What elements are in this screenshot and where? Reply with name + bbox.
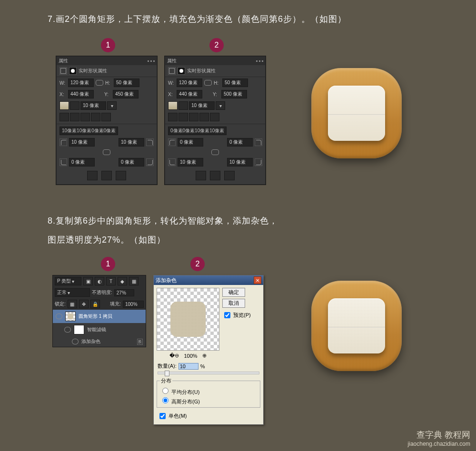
w-input[interactable]: 120 像素 xyxy=(177,78,202,87)
x-label: X: xyxy=(60,92,66,97)
uniform-label: 平均分布(U) xyxy=(171,389,199,395)
pathop-icon-3[interactable] xyxy=(224,171,235,180)
pathop-icon-1[interactable] xyxy=(87,171,98,180)
shape-mode-icon[interactable] xyxy=(168,67,176,75)
pathop-icon-2[interactable] xyxy=(101,171,112,180)
stroke-width-input[interactable]: 10 像素 xyxy=(80,101,106,110)
preview-checkbox[interactable]: 预览(P) xyxy=(222,311,251,320)
close-icon[interactable]: ✕ xyxy=(254,276,261,284)
visibility-icon[interactable] xyxy=(72,339,79,344)
zoom-out-icon[interactable]: �⊖ xyxy=(169,353,179,359)
result-preview-step8 xyxy=(311,281,402,371)
filter-type-icon[interactable]: T xyxy=(106,277,116,285)
align-icon-2[interactable] xyxy=(178,113,188,121)
amount-input[interactable] xyxy=(178,363,198,370)
dialog-titlebar: 添加杂色 ✕ xyxy=(154,275,263,285)
opacity-input[interactable]: 27% xyxy=(114,289,134,296)
visibility-icon[interactable] xyxy=(56,314,62,319)
pathop-icon-1[interactable] xyxy=(196,171,206,180)
fill-input[interactable]: 100% xyxy=(123,301,144,308)
align-icon-4[interactable] xyxy=(91,113,100,121)
lock-all-icon[interactable]: 🔒 xyxy=(90,300,100,308)
align-icon-3[interactable] xyxy=(189,113,198,121)
corner-tl-icon xyxy=(60,138,67,146)
preview-checkbox-input[interactable] xyxy=(224,312,230,318)
align-icon-5[interactable] xyxy=(101,113,111,121)
w-input[interactable]: 120 像素 xyxy=(68,78,94,87)
pathop-icon-3[interactable] xyxy=(116,171,126,180)
layer-row-selected[interactable]: 圆角矩形 1 拷贝 xyxy=(53,310,146,323)
amount-slider[interactable] xyxy=(158,372,259,374)
align-icon-1[interactable] xyxy=(168,113,178,121)
stroke-style-dropdown[interactable]: ▾ xyxy=(216,101,225,110)
filter-smart-icon[interactable]: ▦ xyxy=(129,277,139,285)
shape-mask-icon[interactable] xyxy=(69,67,77,75)
filter-adjust-icon[interactable]: ◐ xyxy=(95,277,104,285)
corner-tr-input[interactable]: 10 像素 xyxy=(119,138,144,147)
corner-br-input[interactable]: 0 像素 xyxy=(119,158,144,167)
link-corners-icon[interactable] xyxy=(103,149,110,155)
corner-br-input[interactable]: 10 像素 xyxy=(227,158,253,167)
ps-properties-panel-1: 属性 实时形状属性 W: 120 像素 H: 50 像素 X: 440 像素 Y… xyxy=(56,56,157,185)
filter-blend-icon[interactable]: ⎘ xyxy=(137,339,143,345)
dialog-title: 添加杂色 xyxy=(156,277,177,284)
align-icon-4[interactable] xyxy=(199,113,209,121)
panel-menu-icon[interactable] xyxy=(256,60,263,62)
x-input[interactable]: 440 像素 xyxy=(68,90,94,98)
corner-summary: 0像素0像素10像素10像素 xyxy=(168,127,227,135)
visibility-icon[interactable] xyxy=(64,327,71,333)
cancel-button[interactable]: 取消 xyxy=(222,299,245,308)
lock-position-icon[interactable]: ✥ xyxy=(79,300,89,308)
layer-name: 圆角矩形 1 拷贝 xyxy=(79,313,112,320)
corner-tl-input[interactable]: 0 像素 xyxy=(178,138,203,147)
filter-shape-icon[interactable]: ◆ xyxy=(118,277,127,285)
h-input[interactable]: 50 像素 xyxy=(114,78,139,87)
x-input[interactable]: 440 像素 xyxy=(177,90,202,98)
stroke-swatch[interactable] xyxy=(70,101,79,110)
corner-tl-input[interactable]: 10 像素 xyxy=(69,138,95,147)
fill-swatch[interactable] xyxy=(60,101,69,110)
align-icon-3[interactable] xyxy=(80,113,90,121)
stroke-style-dropdown[interactable]: ▾ xyxy=(107,101,117,110)
corner-br-icon xyxy=(255,158,262,166)
step8-title-line1: 8.复制第6步中的圆角矩形，转化为智能对象，添加杂色， xyxy=(48,215,278,226)
y-input[interactable]: 450 像素 xyxy=(113,90,139,98)
stroke-width-input[interactable]: 10 像素 xyxy=(189,101,215,110)
y-input[interactable]: 500 像素 xyxy=(221,90,247,98)
percent-label: % xyxy=(200,363,205,369)
zoom-in-icon[interactable]: ⊕ xyxy=(202,353,207,359)
ps-properties-panel-2: 属性 实时形状属性 W: 120 像素 H: 50 像素 X: 440 像素 Y… xyxy=(165,56,266,185)
kind-filter-dropdown[interactable]: P 类型 ▾ xyxy=(55,277,81,285)
shape-mode-icon[interactable] xyxy=(60,67,67,75)
w-label: W: xyxy=(60,80,66,86)
filter-name: 添加杂色 xyxy=(81,338,100,345)
gaussian-radio[interactable]: 高斯分布(G) xyxy=(160,396,257,405)
corner-bl-input[interactable]: 0 像素 xyxy=(69,158,95,167)
monochrome-checkbox-input[interactable] xyxy=(159,413,166,419)
uniform-radio[interactable]: 平均分布(U) xyxy=(160,386,257,396)
y-label: Y: xyxy=(213,92,219,97)
smart-filters-row[interactable]: 智能滤镜 xyxy=(53,323,146,336)
corner-tl-icon xyxy=(168,138,176,146)
link-icon[interactable] xyxy=(204,80,212,86)
corner-tr-input[interactable]: 0 像素 xyxy=(227,138,253,147)
link-corners-icon[interactable] xyxy=(211,149,219,155)
stroke-swatch[interactable] xyxy=(178,101,188,110)
align-icon-1[interactable] xyxy=(60,113,69,121)
ok-button[interactable]: 确定 xyxy=(222,288,245,297)
h-input[interactable]: 50 像素 xyxy=(222,78,248,87)
pathop-icon-2[interactable] xyxy=(210,171,220,180)
align-icon-2[interactable] xyxy=(70,113,79,121)
blend-mode-dropdown[interactable]: 正常 ▾ xyxy=(55,288,90,297)
lock-pixels-icon[interactable]: ▦ xyxy=(68,300,77,308)
monochrome-checkbox[interactable]: 单色(M) xyxy=(154,410,263,424)
watermark: 查字典 教程网 jiaocheng.chazidian.com xyxy=(408,430,470,448)
filter-img-icon[interactable]: ▣ xyxy=(83,277,93,285)
shape-mask-icon[interactable] xyxy=(178,67,185,75)
panel-menu-icon[interactable] xyxy=(148,60,155,62)
corner-bl-input[interactable]: 10 像素 xyxy=(178,158,203,167)
align-icon-5[interactable] xyxy=(210,113,219,121)
link-icon[interactable] xyxy=(96,80,103,86)
fill-swatch[interactable] xyxy=(168,101,178,110)
add-noise-filter-row[interactable]: 添加杂色 ⎘ xyxy=(53,336,146,347)
